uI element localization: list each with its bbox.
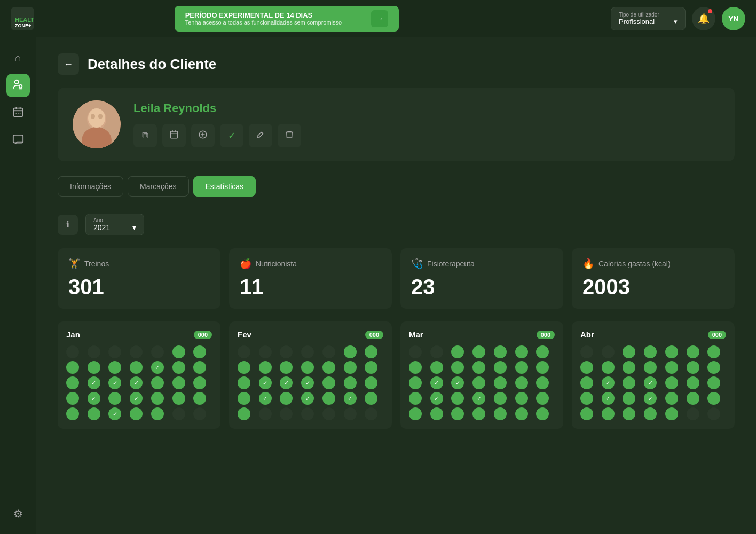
dot: [344, 361, 357, 374]
sidebar-item-chat[interactable]: [6, 129, 30, 153]
dot: ✓: [108, 376, 121, 389]
dot: ✓: [151, 361, 164, 374]
svg-rect-8: [19, 112, 20, 113]
dot: [665, 345, 678, 358]
dot: [365, 407, 377, 420]
share-icon: [198, 130, 208, 142]
dot: [515, 361, 528, 374]
sidebar-item-settings[interactable]: ⚙: [6, 502, 30, 525]
dot: [409, 392, 422, 405]
dot: ✓: [451, 376, 464, 389]
dot: [623, 407, 635, 420]
tab-estatisticas[interactable]: Estatísticas: [193, 176, 256, 197]
dot: [472, 361, 485, 374]
dot: [193, 392, 206, 405]
dot: ✓: [88, 376, 100, 389]
dot: [451, 392, 464, 405]
svg-text:ZONE+: ZONE+: [15, 23, 31, 28]
dot: [108, 392, 121, 405]
dot: ✓: [644, 376, 657, 389]
year-selector[interactable]: Ano 2021 ▾: [85, 214, 144, 235]
dot: [472, 376, 485, 389]
info-button[interactable]: ℹ: [58, 215, 78, 235]
action-copy-button[interactable]: ⧉: [133, 124, 157, 147]
svg-point-15: [98, 114, 103, 119]
dot: [451, 345, 464, 358]
stat-card-treinos: 🏋 Treinos 301: [58, 248, 220, 309]
dot: [238, 376, 250, 389]
delete-icon: [285, 130, 294, 142]
dot: [259, 407, 272, 420]
notification-button[interactable]: 🔔: [692, 7, 715, 30]
dot: [665, 407, 678, 420]
dot: [409, 407, 422, 420]
dot: [430, 345, 443, 358]
dot: [707, 392, 720, 405]
content-area: ← Detalhes do Cliente Le: [36, 37, 756, 534]
client-avatar: [73, 100, 121, 148]
action-check-button[interactable]: ✓: [220, 124, 243, 147]
chevron-down-icon: ▾: [132, 223, 136, 232]
dot: [172, 345, 185, 358]
stat-card-fisioterapeuta: 🩺 Fisioterapeuta 23: [400, 248, 563, 309]
client-actions: ⧉: [133, 124, 720, 147]
stat-card-calorias: 🔥 Calorias gastas (kcal) 2003: [572, 248, 735, 309]
dot: [707, 345, 720, 358]
dot: [88, 407, 100, 420]
trial-arrow-btn[interactable]: →: [371, 10, 388, 27]
dot: [707, 361, 720, 374]
nutricionista-label: Nutricionista: [256, 260, 297, 268]
back-button[interactable]: ←: [58, 53, 79, 75]
dot: [66, 376, 79, 389]
cal-month-fev: Fev: [238, 330, 251, 339]
dot: [451, 407, 464, 420]
svg-point-13: [88, 108, 105, 128]
dot: [322, 376, 335, 389]
action-calendar-button[interactable]: [162, 124, 186, 147]
cal-badge-jan: 000: [194, 331, 212, 339]
action-delete-button[interactable]: [278, 124, 301, 147]
svg-text:HEALTH: HEALTH: [15, 17, 34, 23]
dot: [238, 392, 250, 405]
action-share-button[interactable]: [191, 124, 215, 147]
sidebar-item-clients[interactable]: [6, 74, 30, 97]
tab-informacoes[interactable]: Informações: [58, 176, 123, 197]
sidebar-item-calendar[interactable]: [6, 101, 30, 125]
dot: [472, 345, 485, 358]
user-type-selector[interactable]: Tipo de utilizador Profissional ▾: [611, 7, 686, 30]
calorias-value: 2003: [582, 275, 724, 299]
dot: ✓: [259, 392, 272, 405]
year-value: 2021 ▾: [93, 223, 136, 232]
dot: ✓: [130, 392, 143, 405]
dot: [707, 376, 720, 389]
nutricionista-icon: 🍎: [240, 258, 251, 270]
year-label: Ano: [93, 217, 136, 223]
user-avatar-button[interactable]: YN: [722, 7, 745, 30]
dot: [151, 407, 164, 420]
filter-row: ℹ Ano 2021 ▾: [58, 214, 735, 235]
sidebar-item-home[interactable]: ⌂: [6, 46, 30, 69]
dot: [130, 407, 143, 420]
dot: [536, 407, 549, 420]
dot: [322, 345, 335, 358]
cal-card-fev: Fev000✓✓✓✓✓✓: [229, 321, 392, 429]
topbar: HEALTH ZONE+ PERÍODO EXPERIMENTAL DE 14 …: [0, 0, 756, 37]
dot: [365, 345, 377, 358]
dot: ✓: [130, 376, 143, 389]
dot: [644, 345, 657, 358]
dot: [451, 361, 464, 374]
tab-marcacoes[interactable]: Marcações: [128, 176, 188, 197]
cal-month-abr: Abr: [580, 330, 594, 339]
calorias-label: Calorias gastas (kcal): [598, 260, 671, 268]
dot: [665, 392, 678, 405]
dot: [322, 361, 335, 374]
action-edit-button[interactable]: [249, 124, 272, 147]
dot: [536, 392, 549, 405]
check-icon: ✓: [228, 130, 236, 142]
cal-badge-abr: 000: [708, 331, 726, 339]
dot: [365, 361, 377, 374]
user-type-value: Profissional ▾: [619, 18, 678, 26]
cal-card-abr: Abr000✓✓✓✓: [572, 321, 735, 429]
dot: [238, 407, 250, 420]
dot: ✓: [301, 376, 314, 389]
